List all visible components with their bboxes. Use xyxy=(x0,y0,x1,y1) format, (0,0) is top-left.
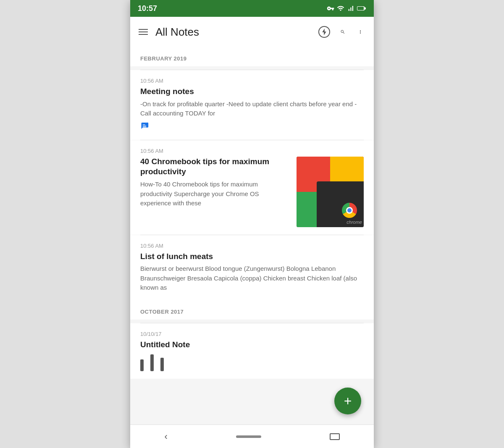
note-time: 10/10/17 xyxy=(140,331,364,337)
note-preview: Bierwurst or beerwurst Blood tongue (Zun… xyxy=(140,264,364,293)
search-icon[interactable] xyxy=(338,27,348,37)
back-button[interactable]: ‹ xyxy=(164,431,167,442)
note-time: 10:56 AM xyxy=(140,78,364,84)
new-note-fab[interactable]: + xyxy=(334,388,361,414)
section-title-feb2019: FEBRUARY 2019 xyxy=(140,55,187,62)
note-preview: -On track for profitable quarter -Need t… xyxy=(140,100,364,118)
home-pill[interactable] xyxy=(236,435,261,438)
chrome-image: chrome xyxy=(297,157,364,227)
svg-rect-1 xyxy=(357,7,364,10)
section-header-oct2017: OCTOBER 2017 xyxy=(130,300,374,320)
hamburger-menu-icon[interactable] xyxy=(139,29,148,35)
note-time: 10:56 AM xyxy=(140,243,364,249)
note-chart-preview xyxy=(140,354,364,371)
offline-icon[interactable] xyxy=(318,26,330,38)
section-title-oct2017: OCTOBER 2017 xyxy=(140,309,184,315)
chrome-text: chrome xyxy=(346,220,362,225)
note-preview: How-To 40 Chromebook tips for maximum pr… xyxy=(140,180,291,208)
section-header-feb2019: FEBRUARY 2019 xyxy=(130,47,374,66)
note-title: Meeting notes xyxy=(140,86,364,97)
status-icons xyxy=(327,5,366,12)
wifi-icon xyxy=(337,5,344,12)
page-title: All Notes xyxy=(155,26,311,39)
chart-bar-3 xyxy=(160,358,164,371)
chart-bar-1 xyxy=(140,359,144,371)
status-bar: 10:57 xyxy=(130,0,374,17)
note-attachment-icon xyxy=(140,122,364,132)
note-text: 40 Chromebook tips for maximum productiv… xyxy=(140,157,297,227)
note-title: List of lunch meats xyxy=(140,252,364,262)
notes-list: FEBRUARY 2019 10:56 AM Meeting notes -On… xyxy=(130,47,374,424)
note-item-lunch-meats[interactable]: 10:56 AM List of lunch meats Bierwurst o… xyxy=(130,235,374,300)
svg-rect-2 xyxy=(365,8,366,10)
note-time: 10:56 AM xyxy=(140,148,364,154)
chrome-logo xyxy=(342,203,357,218)
note-item-untitled[interactable]: 10/10/17 Untitled Note xyxy=(130,323,374,379)
chrome-logo-ring xyxy=(342,203,357,218)
chart-bar-2 xyxy=(150,354,154,371)
bottom-nav: ‹ xyxy=(130,424,374,448)
note-thumbnail: chrome xyxy=(297,157,364,227)
more-options-icon[interactable] xyxy=(355,27,365,37)
key-icon xyxy=(327,5,334,12)
note-title: Untitled Note xyxy=(140,340,364,350)
note-with-image: 40 Chromebook tips for maximum productiv… xyxy=(140,157,364,227)
chrome-logo-center xyxy=(346,207,353,214)
note-item-chromebook-tips[interactable]: 10:56 AM 40 Chromebook tips for maximum … xyxy=(130,140,374,235)
status-time: 10:57 xyxy=(138,4,157,13)
phone-frame: 10:57 A xyxy=(130,0,374,448)
battery-icon xyxy=(357,5,366,11)
fab-plus-icon: + xyxy=(344,394,352,408)
note-title: 40 Chromebook tips for maximum productiv… xyxy=(140,157,291,177)
app-bar: All Notes xyxy=(130,17,374,47)
note-item-meeting-notes[interactable]: 10:56 AM Meeting notes -On track for pro… xyxy=(130,70,374,140)
signal-icon xyxy=(347,5,354,12)
recents-button[interactable] xyxy=(330,433,340,440)
